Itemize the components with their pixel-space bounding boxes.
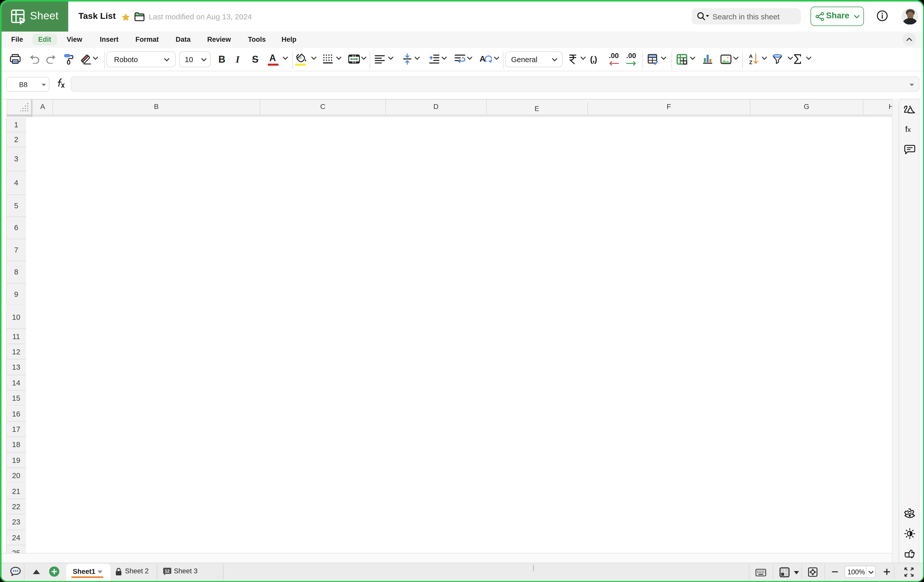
svg-text:A: A (749, 53, 753, 59)
svg-text:A: A (480, 54, 485, 63)
svg-text:12: 12 (165, 569, 170, 574)
svg-text:Z: Z (749, 60, 752, 64)
